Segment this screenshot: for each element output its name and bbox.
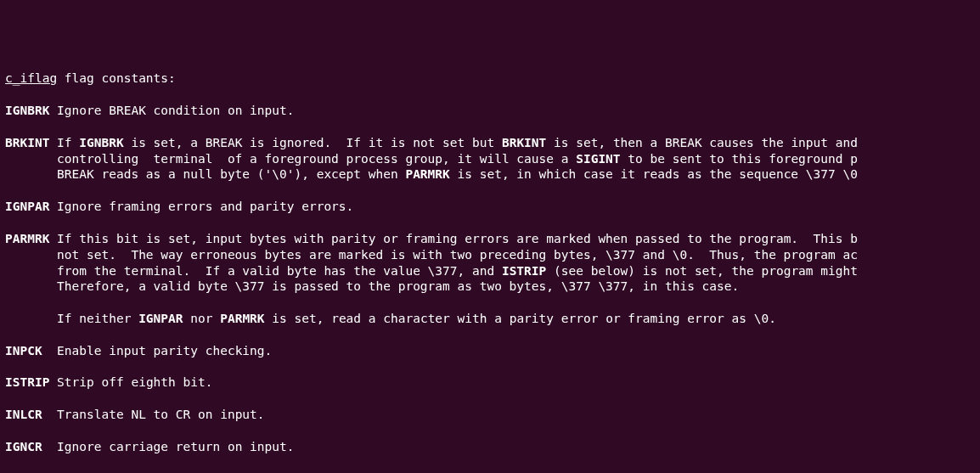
text-segment: from the terminal. If a valid byte has t… [5, 264, 502, 278]
flag-istrip-desc: Strip off eighth bit. [49, 375, 212, 389]
entry-line: BREAK reads as a null byte ('\0'), excep… [5, 166, 975, 183]
entry-line: IGNBRK Ignore BREAK condition on input. [5, 103, 975, 119]
blank-line [5, 215, 975, 231]
inline-bold: ISTRIP [502, 264, 546, 278]
entry-line: not set. The way erroneous bytes are mar… [5, 247, 975, 263]
blank-line [5, 423, 975, 439]
text-segment: is set, then a BREAK causes the input an… [546, 136, 858, 149]
inline-bold: PARMRK [220, 312, 264, 325]
flag-igncr: IGNCR [5, 440, 42, 453]
blank-line [5, 455, 975, 471]
entry-line: If neither IGNPAR nor PARMRK is set, rea… [5, 311, 975, 327]
flag-inlcr-desc: Translate NL to CR on input. [42, 408, 265, 421]
blank-line [5, 119, 975, 135]
text-segment: is set, a BREAK is ignored. If it is not… [124, 136, 502, 149]
flag-ignbrk-desc: Ignore BREAK condition on input. [49, 104, 294, 117]
text-segment: is set, read a character with a parity e… [265, 312, 776, 325]
entry-line: PARMRK If this bit is set, input bytes w… [5, 231, 975, 247]
text-segment: (see below) is not set, the program migh… [546, 264, 858, 278]
entry-line: Therefore, a valid byte \377 is passed t… [5, 279, 975, 295]
flag-inpck-desc: Enable input parity checking. [42, 344, 273, 358]
flag-igncr-desc: Ignore carriage return on input. [42, 440, 295, 453]
manpage-content: c_iflag flag constants: IGNBRK Ignore BR… [5, 70, 975, 473]
header-rest: flag constants: [57, 71, 176, 85]
flag-inlcr: INLCR [5, 408, 42, 421]
flag-istrip: ISTRIP [5, 375, 49, 389]
entry-line: from the terminal. If a valid byte has t… [5, 263, 975, 279]
inline-bold: PARMRK [405, 167, 449, 181]
entry-line: BRKINT If IGNBRK is set, a BREAK is igno… [5, 135, 975, 151]
blank-line [5, 87, 975, 103]
entry-line: INPCK Enable input parity checking. [5, 343, 975, 359]
inline-bold: BRKINT [502, 136, 546, 149]
text-segment: to be sent to this foreground p [621, 152, 858, 166]
inline-bold: IGNPAR [138, 312, 183, 325]
flag-ignbrk: IGNBRK [5, 104, 49, 117]
text-segment: BREAK reads as a null byte ('\0'), excep… [5, 167, 405, 181]
blank-line [5, 359, 975, 375]
text-segment: If neither [5, 312, 138, 325]
header-underlined: c_iflag [5, 71, 57, 85]
text-segment: nor [183, 312, 221, 325]
entry-line: INLCR Translate NL to CR on input. [5, 407, 975, 423]
flag-ignpar: IGNPAR [5, 200, 49, 213]
entry-line: ISTRIP Strip off eighth bit. [5, 374, 975, 391]
section-header: c_iflag flag constants: [5, 70, 975, 87]
inline-bold: SIGINT [576, 152, 620, 166]
text-segment: controlling terminal of a foreground pro… [5, 152, 576, 166]
blank-line [5, 391, 975, 407]
text-segment: If [49, 136, 79, 149]
text-segment: If this bit is set, input bytes with par… [49, 232, 858, 245]
blank-line [5, 183, 975, 199]
entry-line: controlling terminal of a foreground pro… [5, 151, 975, 167]
flag-brkint: BRKINT [5, 136, 49, 149]
text-segment: not set. The way erroneous bytes are mar… [5, 248, 858, 262]
flag-inpck: INPCK [5, 344, 42, 358]
flag-parmrk: PARMRK [5, 232, 49, 245]
text-segment: Therefore, a valid byte \377 is passed t… [5, 279, 739, 293]
blank-line [5, 295, 975, 311]
text-segment: is set, in which case it reads as the se… [450, 167, 858, 181]
entry-line: IGNCR Ignore carriage return on input. [5, 439, 975, 455]
flag-ignpar-desc: Ignore framing errors and parity errors. [49, 200, 353, 213]
blank-line [5, 327, 975, 343]
entry-line: IGNPAR Ignore framing errors and parity … [5, 199, 975, 215]
inline-bold: IGNBRK [79, 136, 123, 149]
